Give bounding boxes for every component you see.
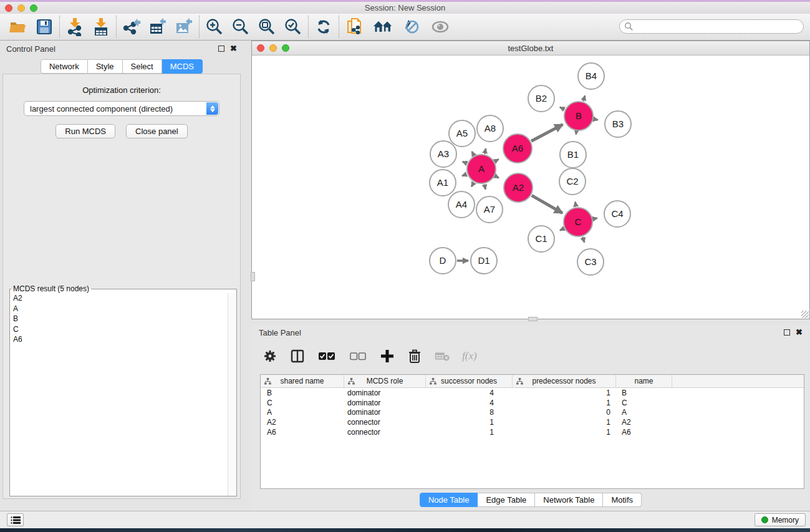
graph-node-B1[interactable]: B1: [560, 142, 586, 168]
graph-node-B2[interactable]: B2: [528, 85, 554, 112]
edge-B-B2[interactable]: [560, 107, 564, 109]
mcds-result-item[interactable]: A6: [10, 334, 228, 345]
edge-A-A5[interactable]: [472, 152, 474, 155]
table-cell[interactable]: connector: [344, 418, 426, 427]
tab-mcds[interactable]: MCDS: [162, 59, 203, 74]
vizmapper-icon[interactable]: [401, 16, 422, 37]
task-history-button[interactable]: [7, 513, 24, 526]
table-cell[interactable]: A: [616, 408, 672, 417]
table-cell[interactable]: B: [261, 389, 344, 397]
graph-node-A[interactable]: A: [467, 155, 496, 183]
add-column-icon[interactable]: [380, 349, 395, 364]
refresh-icon[interactable]: [313, 16, 334, 37]
mcds-list-scrollbar[interactable]: [228, 293, 236, 496]
table-cell[interactable]: 4: [426, 389, 513, 397]
edge-A-A4[interactable]: [471, 183, 474, 186]
table-cell[interactable]: 4: [426, 399, 513, 407]
edge-A-A3[interactable]: [463, 162, 467, 163]
table-cell[interactable]: 1: [513, 418, 616, 427]
run-mcds-button[interactable]: Run MCDS: [55, 124, 115, 138]
float-panel-icon[interactable]: [218, 46, 224, 52]
graph-node-C[interactable]: C: [564, 208, 592, 236]
table-cell[interactable]: B: [616, 389, 672, 397]
tab-motifs[interactable]: Motifs: [603, 493, 642, 507]
table-cell[interactable]: 1: [513, 399, 616, 407]
graph-node-C4[interactable]: C4: [604, 201, 630, 227]
table-cell[interactable]: 0: [513, 408, 616, 417]
graph-node-A3[interactable]: A3: [430, 141, 456, 167]
tab-select[interactable]: Select: [123, 59, 162, 74]
column-header-predecessor-nodes[interactable]: predecessor nodes: [513, 375, 616, 387]
export-network-icon[interactable]: [121, 16, 142, 37]
table-row[interactable]: A6connector11A6: [261, 427, 804, 437]
table-cell[interactable]: 1: [426, 428, 513, 437]
edge-A-A7[interactable]: [485, 185, 486, 190]
graph-node-A1[interactable]: A1: [430, 170, 456, 196]
edge-C-C1[interactable]: [560, 228, 564, 230]
column-header-successor-nodes[interactable]: successor nodes: [426, 375, 513, 387]
mcds-result-item[interactable]: A2: [10, 293, 228, 304]
graph-node-B3[interactable]: B3: [605, 111, 631, 137]
graph-node-B[interactable]: B: [564, 102, 593, 130]
edge-C-C4[interactable]: [593, 218, 597, 219]
graph-node-B4[interactable]: B4: [578, 63, 604, 89]
edge-A2-C[interactable]: [532, 195, 562, 213]
save-session-icon[interactable]: [34, 16, 55, 37]
mcds-result-list[interactable]: A2ABCA6: [10, 293, 228, 496]
graph-node-C1[interactable]: C1: [528, 226, 554, 252]
mcds-result-item[interactable]: C: [10, 324, 228, 335]
edge-A-A2[interactable]: [495, 176, 499, 178]
table-cell[interactable]: 8: [426, 408, 513, 417]
graph-node-A6[interactable]: A6: [503, 134, 532, 163]
home-icon[interactable]: [372, 16, 393, 37]
graph-node-D1[interactable]: D1: [471, 248, 497, 274]
network-canvas[interactable]: AA1A2A3A4A5A6A7A8BB1B2B3B4CC1C2C3C4DD1: [252, 56, 809, 319]
table-cell[interactable]: dominator: [344, 389, 426, 397]
table-cell[interactable]: C: [261, 399, 344, 407]
graph-node-A7[interactable]: A7: [476, 196, 503, 223]
table-cell[interactable]: dominator: [344, 408, 426, 417]
split-pane-handle-horizontal[interactable]: [528, 317, 538, 321]
tab-network[interactable]: Network: [41, 59, 88, 74]
edge-B-B3[interactable]: [594, 119, 597, 120]
edge-B-B4[interactable]: [583, 95, 585, 101]
table-cell[interactable]: A2: [616, 418, 672, 427]
table-row[interactable]: Cdominator41C: [261, 398, 804, 408]
import-table-icon[interactable]: [90, 16, 112, 37]
edge-C-C3[interactable]: [582, 237, 584, 243]
show-hide-graphics-eye-icon[interactable]: [430, 16, 451, 37]
mcds-result-item[interactable]: A: [10, 304, 228, 314]
table-settings-gear-icon[interactable]: [263, 349, 277, 364]
table-cell[interactable]: A2: [261, 418, 344, 427]
tab-edge-table[interactable]: Edge Table: [478, 493, 535, 507]
table-cell[interactable]: connector: [344, 428, 426, 437]
mcds-result-item[interactable]: B: [10, 314, 228, 324]
zoom-in-icon[interactable]: [204, 16, 225, 37]
float-table-panel-icon[interactable]: [784, 329, 790, 336]
table-row[interactable]: Bdominator41B: [261, 388, 804, 398]
tab-style[interactable]: Style: [88, 59, 123, 74]
graph-node-C3[interactable]: C3: [577, 249, 604, 275]
table-cell[interactable]: dominator: [344, 399, 426, 407]
network-from-selection-icon[interactable]: [344, 16, 365, 37]
delete-table-icon[interactable]: [435, 349, 450, 364]
table-row[interactable]: A2connector11A2: [261, 417, 804, 427]
close-table-panel-icon[interactable]: ✖: [796, 329, 803, 336]
table-row[interactable]: Adominator80A: [261, 408, 804, 418]
tab-node-table[interactable]: Node Table: [420, 493, 478, 507]
graph-node-A2[interactable]: A2: [504, 173, 533, 202]
table-cell[interactable]: A: [261, 408, 344, 417]
edge-C-C2[interactable]: [576, 202, 576, 207]
graph-node-C2[interactable]: C2: [559, 168, 586, 195]
open-session-icon[interactable]: [7, 16, 29, 37]
search-input[interactable]: [619, 19, 804, 34]
window-resize-grip[interactable]: [801, 311, 809, 318]
optimization-criterion-select[interactable]: largest connected component (directed): [24, 101, 219, 116]
deselect-all-checkboxes-icon[interactable]: [349, 349, 367, 364]
split-pane-handle-vertical[interactable]: [251, 272, 255, 281]
table-cell[interactable]: 1: [426, 418, 513, 427]
graph-node-A4[interactable]: A4: [448, 191, 475, 218]
column-header-name[interactable]: name: [616, 375, 672, 387]
zoom-out-icon[interactable]: [230, 16, 251, 37]
edge-A-A8[interactable]: [485, 148, 486, 153]
